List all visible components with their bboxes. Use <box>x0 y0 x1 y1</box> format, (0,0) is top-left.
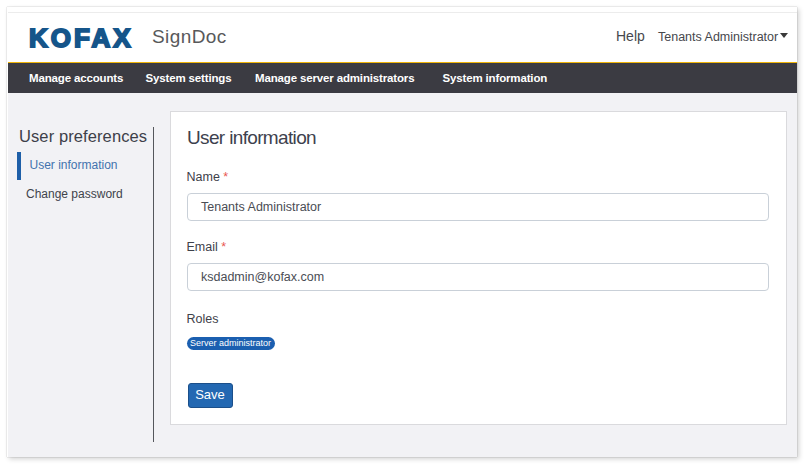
svg-text:KOFAX: KOFAX <box>29 24 134 50</box>
